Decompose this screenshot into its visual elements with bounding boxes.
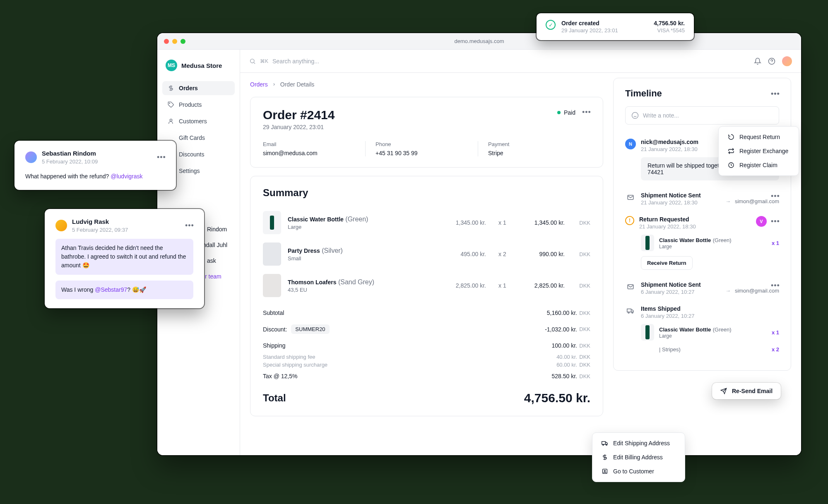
sidebar-item-customers[interactable]: Customers (162, 114, 235, 128)
toast-title: Order created (561, 20, 648, 26)
tag-icon (167, 101, 175, 108)
sidebar-item-label: Customers (179, 118, 207, 125)
send-icon (720, 388, 727, 394)
mention[interactable]: @ludvigrask (111, 173, 142, 180)
svg-point-12 (603, 444, 604, 446)
sidebar-item-label: Discounts (179, 151, 204, 158)
line-total: 2,825.00 kr. (523, 282, 565, 289)
line-item-sub: 43,5 EU (288, 287, 374, 293)
product-qty: x 1 (772, 329, 779, 336)
discount-label: Discount: (263, 326, 287, 333)
shipping-subline: Standard shipping fee 40.00 kr. DKK (263, 353, 590, 361)
comment-menu[interactable]: ••• (185, 221, 193, 230)
discount-code-chip[interactable]: SUMMER20 (291, 324, 329, 334)
smile-icon (631, 112, 639, 119)
event-recipient: simon@gmail.com (735, 198, 779, 204)
comment-bubble: Was I wrong @Sebstar97? 😅🚀 (55, 281, 193, 299)
toast-time: 29 January 2022, 23:01 (561, 27, 648, 34)
sidebar-item-orders[interactable]: Orders (162, 81, 235, 95)
shipping-subline: Special shipping surcharge 60.00 kr. DKK (263, 361, 590, 369)
comment-time: 5 February 2022, 09:37 (72, 227, 180, 233)
help-icon[interactable] (768, 58, 775, 65)
line-total: 1,345.00 kr. (523, 219, 565, 226)
product-sub: Large (659, 244, 731, 250)
mail-icon (625, 281, 636, 292)
maximize-window-icon[interactable] (181, 39, 185, 44)
sidebar-item-label: Settings (179, 168, 200, 174)
event-menu[interactable]: ••• (771, 217, 779, 226)
sidebar-item-products[interactable]: Products (162, 98, 235, 112)
mail-icon (625, 192, 636, 203)
payment-value: Stripe (488, 150, 590, 156)
user-badge-icon: V (756, 216, 767, 227)
register-exchange-action[interactable]: Register Exchange (722, 144, 795, 158)
close-window-icon[interactable] (164, 39, 169, 44)
currency: DKK (577, 310, 590, 316)
order-date: 29 January 2022, 23:01 (263, 124, 335, 130)
currency: DKK (577, 251, 590, 257)
product-thumbnail (263, 211, 281, 234)
shipping-sub-label: Standard shipping fee (263, 354, 527, 360)
breadcrumb-root[interactable]: Orders (250, 81, 268, 88)
svg-point-2 (250, 59, 254, 62)
phone-value: +45 31 90 35 99 (375, 150, 478, 156)
discount-amount: -1,032.00 kr. (527, 326, 577, 333)
line-item-variant: (Silver) (322, 247, 343, 254)
event-recipient: simon@gmail.com (735, 288, 779, 294)
summary-title: Summary (263, 187, 590, 199)
edit-billing-action[interactable]: Edit Billing Address (596, 450, 681, 464)
arrow-right-icon: → (725, 198, 731, 204)
window-controls[interactable] (164, 39, 185, 44)
comment-text: What happened with the refund? (25, 173, 111, 180)
request-return-action[interactable]: Request Return (722, 130, 795, 144)
line-item: Classic Water Bottle (Green) Large 1,345… (263, 207, 590, 238)
toast-amount: 4,756.50 kr. (654, 20, 685, 26)
comment-avatar (55, 220, 67, 231)
exchange-icon (728, 148, 734, 154)
product-thumbnail (641, 235, 654, 251)
currency: DKK (577, 373, 590, 379)
order-actions-menu[interactable]: ••• (582, 108, 590, 117)
arrow-right-icon: → (725, 288, 731, 294)
timeline-menu[interactable]: ••• (771, 89, 779, 98)
resend-label: Re-Send Email (732, 388, 773, 394)
partial-name: Rindom (207, 226, 227, 233)
comment-author: Sebastian Rindom (42, 150, 152, 157)
line-item-name: Thomson Loafers (288, 279, 336, 286)
topbar: ⌘K Search anything... (240, 50, 801, 73)
comment-card: Ludvig Rask 5 February 2022, 09:37 ••• A… (45, 209, 204, 308)
line-item-variant: (Sand Grey) (338, 278, 374, 286)
order-created-toast: ✓ Order created 29 January 2022, 23:01 4… (537, 13, 694, 40)
go-customer-action[interactable]: Go to Customer (596, 464, 681, 478)
currency: DKK (577, 354, 590, 360)
svg-rect-11 (602, 442, 606, 444)
edit-shipping-action[interactable]: Edit Shipping Address (596, 436, 681, 450)
currency: DKK (577, 283, 590, 289)
receive-return-button[interactable]: Receive Return (641, 256, 693, 270)
search-shortcut: ⌘K (260, 58, 268, 64)
mention[interactable]: @Sebstar97 (95, 286, 127, 293)
subtotal-label: Subtotal (263, 310, 527, 316)
global-search[interactable]: ⌘K Search anything... (249, 58, 748, 65)
timeline-note-input[interactable]: Write a note... (625, 106, 779, 125)
svg-point-9 (632, 312, 633, 313)
line-item-name: Party Dress (288, 247, 320, 254)
bell-icon[interactable] (754, 58, 761, 65)
resend-email-popover[interactable]: Re-Send Email (712, 383, 781, 399)
tax-value: 528.50 kr. (527, 373, 577, 379)
event-time: 6 January 2022, 10:27 (641, 313, 779, 319)
quantity: x 1 (498, 282, 511, 289)
sidebar-item-label: Products (179, 101, 202, 108)
register-claim-action[interactable]: Register Claim (722, 158, 795, 172)
minimize-window-icon[interactable] (172, 39, 177, 44)
app-window: demo.medusajs.com MS Medusa Store Orders… (157, 33, 801, 455)
product-qty: x 1 (772, 240, 779, 246)
quantity: x 1 (498, 219, 511, 226)
user-avatar[interactable] (782, 56, 792, 66)
window-titlebar: demo.medusajs.com (157, 33, 801, 50)
store-switcher[interactable]: MS Medusa Store (162, 58, 235, 79)
line-item-variant: (Green) (345, 216, 368, 223)
store-logo: MS (166, 60, 177, 71)
event-label: Shipment Notice Sent (641, 192, 766, 199)
comment-menu[interactable]: ••• (157, 153, 165, 162)
